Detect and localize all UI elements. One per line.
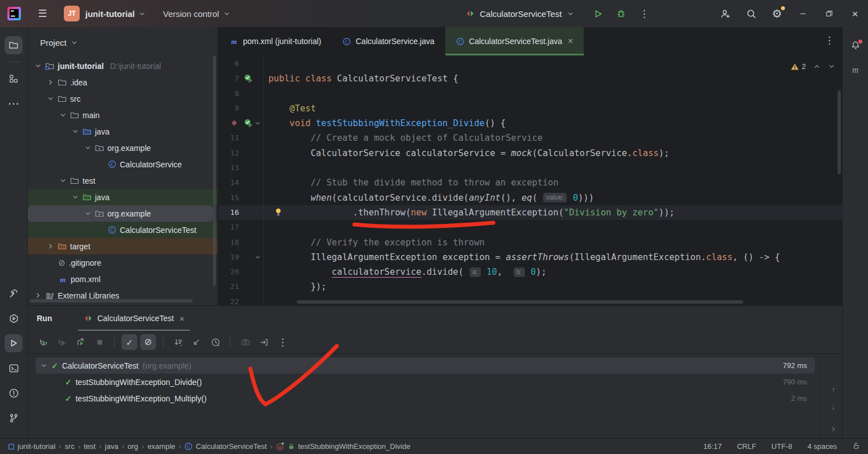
prev-problem-icon[interactable]: [813, 63, 821, 70]
run-panel-title[interactable]: Run: [37, 314, 52, 323]
rerun-failed-button[interactable]: [54, 334, 70, 350]
class-icon: C: [108, 226, 116, 234]
minimize-button[interactable]: [790, 0, 816, 27]
tree-item--gitignore[interactable]: ⊘.gitignore: [28, 254, 218, 271]
main-menu-button[interactable]: ☰: [34, 6, 50, 21]
code-with-me-button[interactable]: [712, 0, 738, 27]
settings-button[interactable]: ⚙: [764, 0, 790, 27]
editor-tab-calculatorservicetest-java[interactable]: CCalculatorServiceTest.java×: [445, 27, 584, 55]
next-problem-icon[interactable]: [828, 63, 835, 70]
restore-button[interactable]: [816, 0, 842, 27]
rerun-button[interactable]: [36, 334, 51, 350]
status-utf-8[interactable]: UTF-8: [771, 442, 792, 451]
editor-tab-pom-xml--junit-tutorial-[interactable]: mpom.xml (junit-tutorial): [219, 27, 332, 55]
run-tab[interactable]: CalculatorServiceTest ×: [76, 306, 192, 331]
toolwindow-git-button[interactable]: [5, 409, 23, 427]
breakpoint-icon[interactable]: [230, 119, 238, 127]
breadcrumb-junit-tutorial[interactable]: junit-tutorial: [8, 442, 55, 451]
bulb-icon[interactable]: [274, 207, 283, 217]
breadcrumb-src[interactable]: src: [65, 442, 75, 451]
test-result-row[interactable]: ✓testStubbingWithException_Multiply()2 m…: [36, 390, 815, 407]
check-toggle-button[interactable]: ✓: [121, 334, 137, 350]
slash-toggle-button[interactable]: ⊘: [140, 334, 156, 350]
run-more-options-button[interactable]: ⋮: [635, 5, 653, 23]
tree-item-org-example[interactable]: org.example: [28, 140, 218, 156]
editor-tab-calculatorservice-java[interactable]: CCalculatorService.java: [332, 27, 445, 55]
import-button[interactable]: ↙: [189, 334, 205, 350]
clock-button[interactable]: [207, 334, 223, 350]
test-passed-icon[interactable]: [244, 118, 253, 128]
toolwindow-more-button[interactable]: ⋯: [5, 94, 23, 113]
breadcrumb-calculatorservicetest[interactable]: CCalculatorServiceTest: [184, 442, 267, 451]
tab-label: CalculatorService.java: [355, 37, 434, 46]
fold-icon[interactable]: [254, 120, 261, 127]
code-line-8: 8: [219, 87, 842, 101]
maven-toolwindow-button[interactable]: m: [847, 61, 865, 79]
tree-item-target[interactable]: target: [28, 238, 218, 254]
status-4-spaces[interactable]: 4 spaces: [808, 442, 837, 451]
breadcrumb-example[interactable]: example: [147, 442, 175, 451]
breadcrumb-java[interactable]: java: [105, 442, 119, 451]
status-crlf[interactable]: CRLF: [737, 442, 756, 451]
tree-item-pom-xml[interactable]: mpom.xml: [28, 271, 218, 287]
vcs-chevron-down-icon[interactable]: [223, 10, 231, 18]
breadcrumb-teststubbingwithexception-divide[interactable]: mtestStubbingWithException_Divide: [276, 442, 410, 451]
status-16-17[interactable]: 16:17: [704, 442, 722, 451]
tree-item-test[interactable]: test: [28, 172, 218, 189]
sort-button[interactable]: [170, 334, 186, 350]
next-occurrence-icon[interactable]: ↓: [831, 402, 836, 410]
line-number: 14: [219, 175, 239, 190]
project-name[interactable]: junit-tutorial: [85, 9, 134, 19]
tree-item--idea[interactable]: .idea: [28, 74, 218, 90]
tree-item-src[interactable]: src: [28, 90, 218, 107]
test-result-row[interactable]: ✓testStubbingWithException_Divide()790 m…: [36, 374, 815, 390]
notifications-button[interactable]: [847, 36, 865, 54]
project-view-chevron-icon[interactable]: [71, 39, 78, 46]
run-config-name[interactable]: CalculatorServiceTest: [480, 9, 562, 19]
expand-panel-icon[interactable]: [830, 426, 837, 433]
unlock-icon[interactable]: [852, 442, 860, 451]
tree-item-java[interactable]: java: [28, 189, 218, 205]
code-editor[interactable]: 67public class CalculatorServiceTest {89…: [219, 55, 842, 305]
close-button[interactable]: ×: [842, 0, 868, 27]
tree-item-main[interactable]: main: [28, 107, 218, 123]
tree-item-junit-tutorial[interactable]: junit-tutorialD:\junit-tutorial: [28, 58, 218, 74]
toolwindow-project-tool-button[interactable]: [5, 36, 23, 54]
project-chevron-down-icon[interactable]: [138, 10, 146, 18]
editor-horizontal-scrollbar[interactable]: [297, 300, 743, 304]
camera-button[interactable]: [237, 334, 253, 350]
tab-options-button[interactable]: ⋮: [824, 36, 834, 45]
warnings-indicator[interactable]: 2: [791, 62, 806, 71]
stop-button[interactable]: [92, 334, 107, 350]
kebab-button[interactable]: ⋮: [275, 334, 290, 350]
run-button[interactable]: [589, 5, 607, 23]
run-config-chevron-icon[interactable]: [567, 10, 574, 18]
previous-occurrence-icon[interactable]: ↑: [831, 385, 836, 394]
rerun-sub-button[interactable]: [73, 334, 89, 350]
debug-button[interactable]: [612, 5, 630, 23]
project-horizontal-scrollbar[interactable]: [30, 299, 193, 302]
tree-item-calculatorservicetest[interactable]: CCalculatorServiceTest: [28, 222, 218, 238]
version-control-menu[interactable]: Version control: [163, 9, 219, 19]
toolwindow-terminal-button[interactable]: [5, 359, 23, 377]
test-passed-icon[interactable]: [244, 73, 253, 83]
test-result-row[interactable]: ✓CalculatorServiceTest (org.example)792 …: [36, 357, 815, 374]
tree-item-java[interactable]: java: [28, 123, 218, 140]
toolwindow-services-button[interactable]: [5, 309, 23, 327]
breadcrumb-test[interactable]: test: [84, 442, 96, 451]
tab-close-icon[interactable]: ×: [568, 36, 573, 46]
tree-item-calculatorservice[interactable]: CCalculatorService: [28, 156, 218, 172]
project-vertical-scrollbar[interactable]: [213, 55, 216, 286]
toolwindow-hammer-button[interactable]: [5, 284, 23, 302]
toolwindow-structure-button[interactable]: [5, 70, 23, 88]
tree-item-org-example[interactable]: org.example: [28, 205, 213, 222]
run-tab-close-icon[interactable]: ×: [180, 314, 185, 323]
toolwindow-problems-button[interactable]: [5, 384, 23, 402]
export-button[interactable]: [256, 334, 272, 350]
breadcrumb-org[interactable]: org: [128, 442, 138, 451]
search-everywhere-button[interactable]: [738, 0, 764, 27]
toolwindow-run-play-button[interactable]: [5, 334, 23, 352]
project-panel-title[interactable]: Project: [40, 38, 67, 47]
editor-vertical-scrollbar[interactable]: [837, 90, 841, 174]
fold-icon[interactable]: [254, 254, 261, 261]
